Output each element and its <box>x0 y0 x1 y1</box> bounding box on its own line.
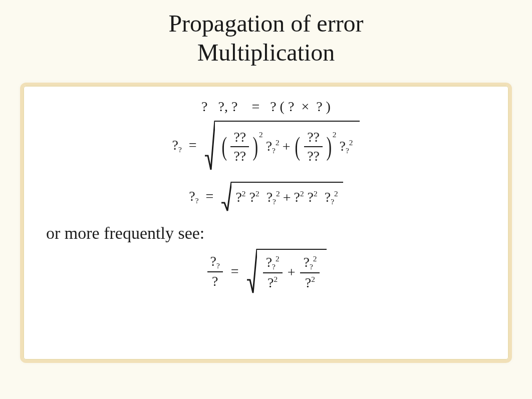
eq2-sqrt: ( ?? ?? ) 2 ??2 + <box>205 121 360 171</box>
equation-2: ?? = ( ?? ?? <box>43 121 489 171</box>
title-line-2: Multiplication <box>0 38 532 67</box>
slide: Propagation of error Multiplication ? ?,… <box>0 0 532 399</box>
content-box: ? ?, ? = ? ( ? × ? ) ?? = <box>20 83 512 363</box>
equation-4: ?? ? = ??2 <box>43 249 489 294</box>
caption-text: or more frequently see: <box>46 224 489 243</box>
equation-3: ?? = ?2 ?2 ??2 + ?2 <box>43 182 489 212</box>
radical-icon <box>221 182 231 212</box>
eq2-lhs: ?? = <box>172 137 197 154</box>
title-line-1: Propagation of error <box>0 9 532 38</box>
eq4-lhs: ?? ? <box>207 253 223 290</box>
eq4-sqrt: ??2 ?2 + ??2 ?2 <box>247 249 327 294</box>
equation-1: ? ?, ? = ? ( ? × ? ) <box>43 99 489 115</box>
radical-icon <box>247 249 257 294</box>
eq3-sqrt: ?2 ?2 ??2 + ?2 ?2 ??2 <box>221 182 343 212</box>
slide-title: Propagation of error Multiplication <box>0 0 532 67</box>
radical-icon <box>205 121 215 171</box>
